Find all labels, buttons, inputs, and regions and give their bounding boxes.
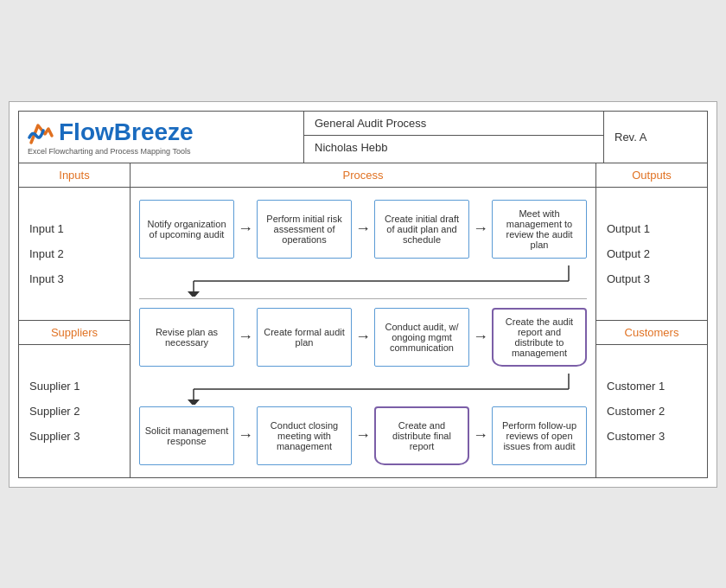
proc-followup: Perform follow-up reviews of open issues… (492, 406, 587, 465)
supplier-2: Supplier 2 (29, 405, 119, 418)
connector-svg-1 (146, 265, 587, 297)
suppliers-items: Suuplier 1 Supplier 2 Supplier 3 (19, 345, 130, 477)
outputs-header: Outputs (596, 163, 707, 188)
inputs-items: Input 1 Input 2 Input 3 (19, 188, 130, 320)
outputs-items: Output 1 Output 2 Output 3 (596, 188, 707, 320)
logo-subtitle: Excel Flowcharting and Process Mapping T… (28, 147, 295, 156)
proc-meet: Meet with management to review the audit… (492, 200, 587, 259)
proc-draft: Create initial draft of audit plan and s… (374, 200, 469, 259)
logo-cell: FlowBreeze Excel Flowcharting and Proces… (19, 112, 304, 163)
output-1: Output 1 (607, 222, 697, 235)
process-header: Process (131, 163, 595, 188)
customer-2: Customer 2 (607, 405, 697, 418)
arrow-3-2: → (355, 426, 371, 444)
output-3: Output 3 (607, 272, 697, 285)
inputs-section: Inputs Input 1 Input 2 Input 3 (19, 163, 130, 321)
connector-svg-2 (146, 374, 587, 405)
flow-row-3: Solicit management response → Conduct cl… (139, 406, 587, 465)
customers-section: Customers Customer 1 Customer 2 Customer… (596, 321, 707, 477)
logo-icon (28, 118, 55, 146)
process-column: Process Notify organization of upcoming … (131, 163, 595, 477)
outputs-section: Outputs Output 1 Output 2 Output 3 (596, 163, 707, 321)
inputs-header: Inputs (19, 163, 130, 188)
arrow-2-2: → (355, 328, 371, 346)
proc-riskassess: Perform initial risk assessment of opera… (257, 200, 352, 259)
proc-solicit: Solicit management response (139, 406, 234, 465)
arrow-2-3: → (473, 328, 488, 346)
arrow-1-2: → (355, 220, 371, 238)
arrow-1-1: → (238, 220, 253, 238)
proc-report: Create the audit report and distribute t… (492, 308, 587, 367)
arrow-3-3: → (473, 426, 488, 444)
header-author: Nicholas Hebb (304, 136, 603, 159)
customer-1: Customer 1 (607, 380, 697, 393)
page: FlowBreeze Excel Flowcharting and Proces… (9, 101, 717, 488)
header-revision: Rev. A (603, 112, 707, 163)
supplier-3: Supplier 3 (29, 430, 119, 443)
arrow-1-3: → (473, 220, 488, 238)
svg-marker-7 (188, 399, 200, 405)
customers-items: Customer 1 Customer 2 Customer 3 (596, 345, 707, 477)
proc-revise: Revise plan as necessary (139, 308, 234, 367)
proc-distribute: Create and distribute final report (374, 406, 469, 465)
input-1: Input 1 (29, 222, 119, 235)
supplier-1: Suuplier 1 (29, 380, 119, 393)
flow-row-1: Notify organization of upcoming audit → … (139, 200, 587, 259)
proc-closing: Conduct closing meeting with management (257, 406, 352, 465)
flow-row-2: Revise plan as necessary → Create formal… (139, 308, 587, 367)
input-3: Input 3 (29, 272, 119, 285)
suppliers-header: Suppliers (19, 321, 130, 345)
svg-marker-3 (188, 291, 200, 297)
arrow-2-1: → (238, 328, 253, 346)
arrow-3-1: → (238, 426, 253, 444)
proc-notify: Notify organization of upcoming audit (139, 200, 234, 259)
proc-formal: Create formal audit plan (257, 308, 352, 367)
output-2: Output 2 (607, 247, 697, 260)
swim-divider-1 (139, 298, 587, 299)
proc-conduct: Conduct audit, w/ ongoing mgmt communica… (374, 308, 469, 367)
right-column: Outputs Output 1 Output 2 Output 3 Custo… (595, 163, 707, 477)
left-column: Inputs Input 1 Input 2 Input 3 Suppliers… (19, 163, 131, 477)
header-title: General Audit Process (304, 112, 603, 136)
connector-area-1 (139, 265, 587, 297)
suppliers-section: Suppliers Suuplier 1 Supplier 2 Supplier… (19, 321, 130, 477)
customer-3: Customer 3 (607, 430, 697, 443)
input-2: Input 2 (29, 247, 119, 260)
customers-header: Customers (596, 321, 707, 345)
header-info: General Audit Process Nicholas Hebb (304, 112, 603, 163)
logo-title: FlowBreeze (28, 118, 295, 146)
main-grid: Inputs Input 1 Input 2 Input 3 Suppliers… (18, 163, 708, 478)
process-body: Notify organization of upcoming audit → … (131, 188, 595, 477)
header: FlowBreeze Excel Flowcharting and Proces… (18, 111, 708, 163)
connector-area-2 (139, 374, 587, 405)
